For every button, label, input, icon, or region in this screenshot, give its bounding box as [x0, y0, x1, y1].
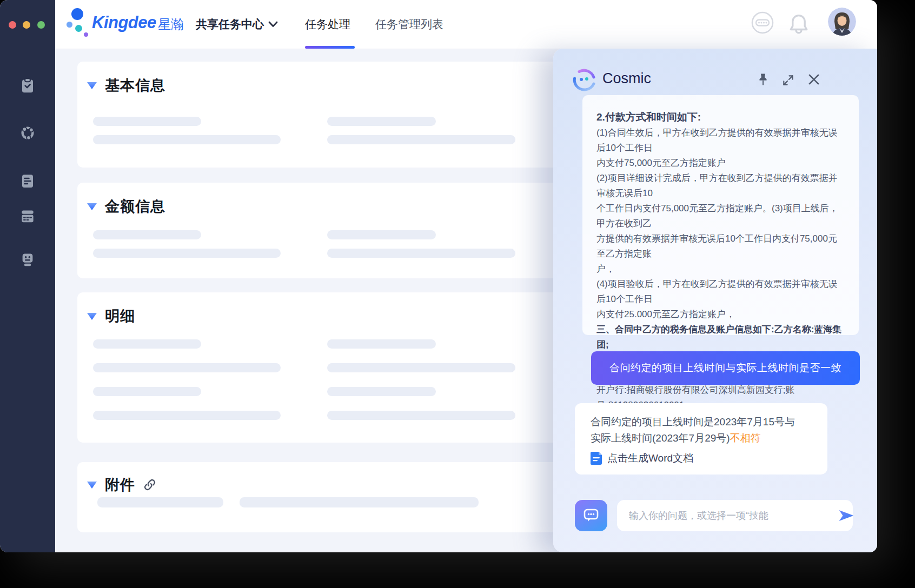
skeleton-bar — [327, 387, 436, 396]
section-title: 基本信息 — [105, 76, 165, 95]
chat-input[interactable] — [617, 500, 853, 531]
contract-line: (1)合同生效后，甲方在收到乙方提供的有效票据并审核无误后10个工作日 — [596, 125, 845, 156]
collapse-triangle-icon — [87, 203, 97, 211]
section-title: 明细 — [105, 306, 135, 326]
cosmic-panel-title: Cosmic — [602, 70, 651, 87]
skeleton-bar — [93, 117, 201, 126]
tab-task-processing[interactable]: 任务处理 — [305, 0, 350, 48]
send-icon[interactable] — [838, 507, 855, 524]
contract-line: (4)项目验收后，甲方在收到乙方提供的有效票据并审核无误后10个工作日 — [596, 277, 845, 307]
expand-icon[interactable] — [782, 74, 794, 86]
skeleton-bar — [97, 497, 223, 507]
window-minimize-button[interactable] — [23, 21, 30, 29]
word-document-icon — [591, 452, 602, 465]
app-window: Kingdee 星瀚 共享任务中心 任务处理 任务管理列表 — [0, 0, 877, 552]
tab-task-management-list[interactable]: 任务管理列表 — [375, 0, 443, 48]
tasks-clipboard-icon[interactable] — [19, 77, 36, 93]
answer-line-2-text: 实际上线时间(2023年7月29号) — [591, 432, 730, 444]
chevron-down-icon — [268, 21, 278, 28]
notification-bell-icon[interactable] — [787, 12, 810, 35]
contract-line: 三、合同中乙方的税务信息及账户信息如下:乙方名称:蓝海集团; — [596, 322, 845, 352]
skeleton-bar — [93, 339, 201, 349]
calendar-icon[interactable] — [19, 208, 36, 224]
skeleton-bar — [327, 230, 436, 239]
contract-line: (2)项目详细设计完成后，甲方在收到乙方提供的有效票据并审核无误后10 — [596, 171, 845, 201]
user-avatar[interactable] — [828, 8, 856, 36]
link-icon[interactable] — [143, 477, 157, 492]
share-network-icon[interactable] — [19, 125, 36, 141]
left-sidebar — [0, 0, 55, 552]
skeleton-bar — [93, 363, 281, 372]
contract-line: 方提供的有效票据并审核无误后10个工作日内支付75,000元至乙方指定账 — [596, 231, 845, 262]
section-amount-info-header[interactable]: 金额信息 — [87, 197, 165, 216]
section-title: 金额信息 — [105, 197, 165, 216]
cosmic-assistant-panel: Cosmic 2.付款方式和时间如下: (1)合同生效后，甲方在收到乙方提供的有… — [553, 49, 877, 552]
contract-line: 户， — [596, 262, 845, 277]
contract-line: 个工作日内支付75,000元至乙方指定账户。(3)项目上线后，甲方在收到乙 — [596, 201, 845, 231]
skeleton-bar — [93, 249, 281, 258]
skeleton-bar — [327, 249, 515, 258]
close-icon[interactable] — [807, 72, 821, 86]
active-tab-underline — [305, 46, 355, 49]
nav-shared-task-center[interactable]: 共享任务中心 — [196, 0, 278, 48]
contract-line: 内支付25.000元至乙方指定账户， — [596, 307, 845, 322]
chat-skill-button[interactable] — [575, 500, 607, 531]
generate-word-doc-action[interactable]: 点击生成Word文档 — [591, 451, 827, 465]
skeleton-bar — [327, 411, 515, 420]
section-title: 附件 — [105, 475, 135, 495]
chat-skill-icon — [584, 509, 599, 523]
window-zoom-button[interactable] — [37, 21, 45, 29]
collapse-triangle-icon — [87, 82, 97, 90]
skeleton-bar — [93, 230, 201, 239]
section-detail-header[interactable]: 明细 — [87, 306, 135, 326]
skeleton-bar — [327, 363, 515, 372]
collapse-triangle-icon — [87, 481, 97, 489]
contract-excerpt-title: 2.付款方式和时间如下: — [596, 109, 845, 125]
section-basic-info-header[interactable]: 基本信息 — [87, 76, 165, 95]
skeleton-bar — [93, 411, 281, 420]
shortcut-capsule-icon[interactable] — [751, 11, 774, 34]
section-attachment-header[interactable]: 附件 — [87, 475, 157, 495]
skeleton-bar — [93, 135, 281, 144]
user-question-bubble[interactable]: 合问约定的项目上线时间与实际上线时间是否一致 — [591, 351, 860, 385]
document-list-icon[interactable] — [19, 173, 36, 189]
mismatch-highlight: 不相符 — [730, 432, 761, 444]
skeleton-bar — [327, 339, 436, 349]
answer-line-2: 实际上线时间(2023年7月29号)不相符 — [591, 430, 827, 446]
contract-line: 内支付75,000元至乙方指定账户 — [596, 156, 845, 171]
answer-line-1: 合同约定的项目上线时间是2023年7月15号与 — [591, 414, 827, 430]
skeleton-bar — [327, 135, 515, 144]
collapse-triangle-icon — [87, 312, 97, 320]
top-header: Kingdee 星瀚 共享任务中心 任务处理 任务管理列表 — [55, 0, 877, 49]
contract-excerpt-card: 2.付款方式和时间如下: (1)合同生效后，甲方在收到乙方提供的有效票据并审核无… — [582, 95, 859, 335]
assistant-answer-card: 合同约定的项目上线时间是2023年7月15号与 实际上线时间(2023年7月29… — [575, 403, 827, 475]
pin-icon[interactable] — [756, 72, 770, 86]
brand-suffix: 星瀚 — [158, 16, 184, 33]
skeleton-bar — [240, 497, 479, 507]
skeleton-bar — [327, 117, 436, 126]
robot-assistant-icon[interactable] — [19, 251, 36, 268]
brand-name: Kingdee — [92, 13, 156, 32]
window-close-button[interactable] — [9, 21, 16, 29]
skeleton-bar — [93, 387, 201, 396]
cosmic-logo-icon — [572, 68, 597, 93]
